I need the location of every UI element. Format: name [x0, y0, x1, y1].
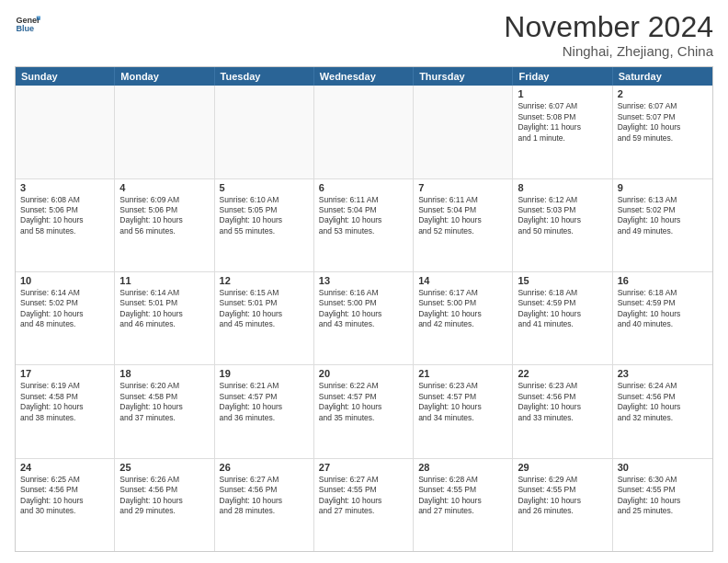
- calendar-cell-4-2: 26Sunrise: 6:27 AM Sunset: 4:56 PM Dayli…: [215, 459, 314, 551]
- cell-info: Sunrise: 6:28 AM Sunset: 4:55 PM Dayligh…: [418, 475, 507, 517]
- calendar-cell-4-6: 30Sunrise: 6:30 AM Sunset: 4:55 PM Dayli…: [613, 459, 712, 551]
- cell-info: Sunrise: 6:16 AM Sunset: 5:00 PM Dayligh…: [319, 288, 408, 330]
- calendar-row-0: 1Sunrise: 6:07 AM Sunset: 5:08 PM Daylig…: [16, 86, 712, 178]
- cell-info: Sunrise: 6:11 AM Sunset: 5:04 PM Dayligh…: [418, 195, 507, 237]
- month-title: November 2024: [504, 11, 713, 43]
- calendar-cell-3-5: 22Sunrise: 6:23 AM Sunset: 4:56 PM Dayli…: [513, 365, 612, 457]
- day-number: 15: [518, 275, 607, 286]
- day-number: 27: [319, 462, 408, 473]
- calendar-cell-1-6: 9Sunrise: 6:13 AM Sunset: 5:02 PM Daylig…: [613, 179, 712, 271]
- cell-info: Sunrise: 6:12 AM Sunset: 5:03 PM Dayligh…: [518, 195, 607, 237]
- day-number: 4: [119, 182, 209, 193]
- cell-info: Sunrise: 6:30 AM Sunset: 4:55 PM Dayligh…: [618, 475, 708, 517]
- calendar-cell-1-3: 6Sunrise: 6:11 AM Sunset: 5:04 PM Daylig…: [314, 179, 414, 271]
- day-number: 19: [220, 368, 309, 379]
- day-number: 20: [319, 368, 408, 379]
- calendar-cell-1-5: 8Sunrise: 6:12 AM Sunset: 5:03 PM Daylig…: [513, 179, 612, 271]
- calendar-cell-4-5: 29Sunrise: 6:29 AM Sunset: 4:55 PM Dayli…: [513, 459, 612, 551]
- day-number: 29: [518, 462, 607, 473]
- day-number: 12: [220, 275, 309, 286]
- day-number: 13: [319, 275, 408, 286]
- calendar-cell-3-3: 20Sunrise: 6:22 AM Sunset: 4:57 PM Dayli…: [314, 365, 414, 457]
- calendar-cell-0-5: 1Sunrise: 6:07 AM Sunset: 5:08 PM Daylig…: [513, 86, 612, 178]
- logo: General Blue: [15, 11, 40, 37]
- calendar-cell-0-3: [314, 86, 414, 178]
- calendar-cell-2-3: 13Sunrise: 6:16 AM Sunset: 5:00 PM Dayli…: [314, 272, 414, 364]
- day-number: 26: [220, 462, 309, 473]
- day-number: 24: [20, 462, 109, 473]
- cell-info: Sunrise: 6:21 AM Sunset: 4:57 PM Dayligh…: [220, 381, 309, 423]
- cell-info: Sunrise: 6:07 AM Sunset: 5:07 PM Dayligh…: [618, 101, 708, 144]
- location-title: Ninghai, Zhejiang, China: [504, 43, 713, 59]
- day-number: 14: [418, 275, 507, 286]
- calendar-cell-3-0: 17Sunrise: 6:19 AM Sunset: 4:58 PM Dayli…: [16, 365, 115, 457]
- day-number: 10: [20, 275, 109, 286]
- calendar-row-4: 24Sunrise: 6:25 AM Sunset: 4:56 PM Dayli…: [16, 459, 712, 551]
- calendar-cell-3-4: 21Sunrise: 6:23 AM Sunset: 4:57 PM Dayli…: [414, 365, 513, 457]
- cell-info: Sunrise: 6:10 AM Sunset: 5:05 PM Dayligh…: [220, 195, 309, 237]
- page-header: General Blue November 2024 Ninghai, Zhej…: [15, 11, 713, 59]
- calendar-cell-2-6: 16Sunrise: 6:18 AM Sunset: 4:59 PM Dayli…: [613, 272, 712, 364]
- calendar: Sunday Monday Tuesday Wednesday Thursday…: [15, 66, 713, 552]
- day-number: 18: [119, 368, 209, 379]
- day-number: 17: [20, 368, 109, 379]
- day-number: 9: [618, 182, 708, 193]
- calendar-cell-2-5: 15Sunrise: 6:18 AM Sunset: 4:59 PM Dayli…: [513, 272, 612, 364]
- calendar-cell-4-3: 27Sunrise: 6:27 AM Sunset: 4:55 PM Dayli…: [314, 459, 414, 551]
- calendar-cell-2-1: 11Sunrise: 6:14 AM Sunset: 5:01 PM Dayli…: [115, 272, 214, 364]
- calendar-cell-0-2: [215, 86, 314, 178]
- calendar-row-3: 17Sunrise: 6:19 AM Sunset: 4:58 PM Dayli…: [16, 365, 712, 458]
- calendar-body: 1Sunrise: 6:07 AM Sunset: 5:08 PM Daylig…: [16, 86, 712, 551]
- title-block: November 2024 Ninghai, Zhejiang, China: [504, 11, 713, 59]
- day-number: 16: [618, 275, 708, 286]
- cell-info: Sunrise: 6:14 AM Sunset: 5:01 PM Dayligh…: [119, 288, 209, 330]
- calendar-row-2: 10Sunrise: 6:14 AM Sunset: 5:02 PM Dayli…: [16, 272, 712, 365]
- calendar-cell-3-2: 19Sunrise: 6:21 AM Sunset: 4:57 PM Dayli…: [215, 365, 314, 457]
- calendar-cell-2-2: 12Sunrise: 6:15 AM Sunset: 5:01 PM Dayli…: [215, 272, 314, 364]
- cell-info: Sunrise: 6:27 AM Sunset: 4:56 PM Dayligh…: [220, 475, 309, 517]
- cell-info: Sunrise: 6:11 AM Sunset: 5:04 PM Dayligh…: [319, 195, 408, 237]
- day-number: 28: [418, 462, 507, 473]
- calendar-cell-1-4: 7Sunrise: 6:11 AM Sunset: 5:04 PM Daylig…: [414, 179, 513, 271]
- cell-info: Sunrise: 6:29 AM Sunset: 4:55 PM Dayligh…: [518, 475, 607, 517]
- cell-info: Sunrise: 6:13 AM Sunset: 5:02 PM Dayligh…: [618, 195, 708, 237]
- calendar-header: Sunday Monday Tuesday Wednesday Thursday…: [16, 67, 712, 86]
- svg-text:Blue: Blue: [16, 24, 34, 33]
- logo-icon: General Blue: [15, 11, 40, 37]
- cell-info: Sunrise: 6:18 AM Sunset: 4:59 PM Dayligh…: [618, 288, 708, 330]
- cell-info: Sunrise: 6:22 AM Sunset: 4:57 PM Dayligh…: [319, 381, 408, 423]
- header-saturday: Saturday: [613, 67, 712, 86]
- cell-info: Sunrise: 6:27 AM Sunset: 4:55 PM Dayligh…: [319, 475, 408, 517]
- calendar-cell-2-4: 14Sunrise: 6:17 AM Sunset: 5:00 PM Dayli…: [414, 272, 513, 364]
- cell-info: Sunrise: 6:20 AM Sunset: 4:58 PM Dayligh…: [119, 381, 209, 423]
- cell-info: Sunrise: 6:07 AM Sunset: 5:08 PM Dayligh…: [518, 101, 607, 144]
- day-number: 25: [119, 462, 209, 473]
- day-number: 8: [518, 182, 607, 193]
- cell-info: Sunrise: 6:23 AM Sunset: 4:57 PM Dayligh…: [418, 381, 507, 423]
- cell-info: Sunrise: 6:17 AM Sunset: 5:00 PM Dayligh…: [418, 288, 507, 330]
- day-number: 1: [518, 88, 607, 99]
- calendar-cell-2-0: 10Sunrise: 6:14 AM Sunset: 5:02 PM Dayli…: [16, 272, 115, 364]
- cell-info: Sunrise: 6:14 AM Sunset: 5:02 PM Dayligh…: [20, 288, 109, 330]
- header-tuesday: Tuesday: [215, 67, 314, 86]
- calendar-cell-1-1: 4Sunrise: 6:09 AM Sunset: 5:06 PM Daylig…: [115, 179, 214, 271]
- calendar-cell-4-4: 28Sunrise: 6:28 AM Sunset: 4:55 PM Dayli…: [414, 459, 513, 551]
- calendar-cell-0-6: 2Sunrise: 6:07 AM Sunset: 5:07 PM Daylig…: [613, 86, 712, 178]
- cell-info: Sunrise: 6:19 AM Sunset: 4:58 PM Dayligh…: [20, 381, 109, 423]
- day-number: 5: [220, 182, 309, 193]
- cell-info: Sunrise: 6:15 AM Sunset: 5:01 PM Dayligh…: [220, 288, 309, 330]
- day-number: 11: [119, 275, 209, 286]
- cell-info: Sunrise: 6:23 AM Sunset: 4:56 PM Dayligh…: [518, 381, 607, 423]
- calendar-cell-0-1: [115, 86, 214, 178]
- calendar-cell-1-2: 5Sunrise: 6:10 AM Sunset: 5:05 PM Daylig…: [215, 179, 314, 271]
- cell-info: Sunrise: 6:24 AM Sunset: 4:56 PM Dayligh…: [618, 381, 708, 423]
- header-monday: Monday: [115, 67, 214, 86]
- day-number: 23: [618, 368, 708, 379]
- header-sunday: Sunday: [16, 67, 115, 86]
- cell-info: Sunrise: 6:26 AM Sunset: 4:56 PM Dayligh…: [119, 475, 209, 517]
- cell-info: Sunrise: 6:25 AM Sunset: 4:56 PM Dayligh…: [20, 475, 109, 517]
- cell-info: Sunrise: 6:09 AM Sunset: 5:06 PM Dayligh…: [119, 195, 209, 237]
- day-number: 22: [518, 368, 607, 379]
- day-number: 2: [618, 88, 708, 99]
- calendar-cell-4-1: 25Sunrise: 6:26 AM Sunset: 4:56 PM Dayli…: [115, 459, 214, 551]
